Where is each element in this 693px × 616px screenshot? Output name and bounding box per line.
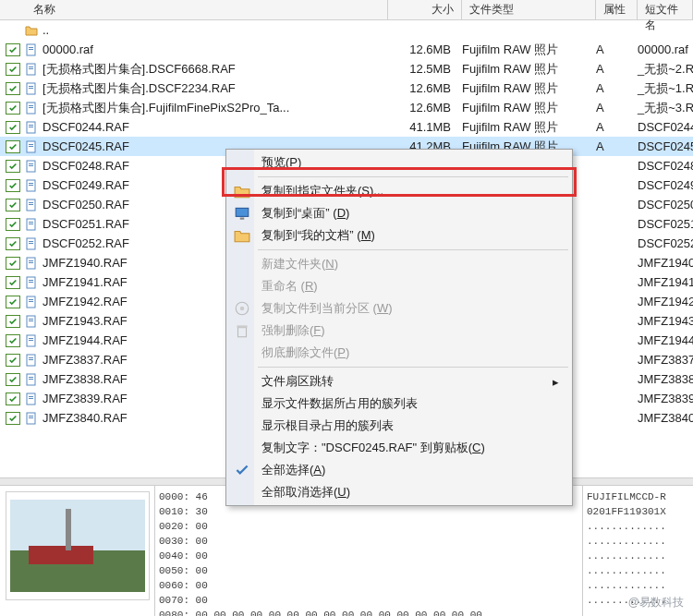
menu-preview[interactable]: 预览(P) — [228, 151, 570, 174]
svg-rect-26 — [29, 204, 33, 205]
row-checkbox[interactable] — [6, 102, 20, 115]
row-checkbox[interactable] — [6, 237, 20, 250]
thumbnail-box — [6, 491, 150, 600]
svg-rect-60 — [236, 208, 249, 216]
folder-icon — [234, 227, 250, 244]
file-icon — [24, 198, 39, 212]
file-name: JMFZ1943.RAF — [43, 314, 128, 328]
svg-rect-28 — [29, 222, 33, 223]
row-checkbox[interactable] — [6, 354, 20, 367]
menu-perm-delete: 彻底删除文件(P) — [228, 342, 570, 364]
row-checkbox[interactable] — [6, 373, 20, 386]
row-checkbox[interactable] — [6, 43, 20, 56]
file-short: JMFZ1943 — [634, 314, 693, 328]
file-icon — [24, 120, 39, 135]
svg-point-63 — [240, 307, 245, 311]
file-short: JMFZ1942 — [634, 295, 693, 308]
row-checkbox[interactable] — [6, 393, 20, 405]
column-header: 名称 大小 文件类型 属性 短文件名 — [0, 0, 693, 20]
file-type: Fujifilm RAW 照片 — [458, 80, 592, 97]
svg-rect-11 — [29, 107, 33, 108]
svg-rect-8 — [29, 88, 33, 89]
menu-copy-to-docs[interactable]: 复制到“我的文档” (M) — [228, 224, 570, 247]
row-checkbox[interactable] — [6, 179, 20, 192]
table-row[interactable]: 00000.raf12.6MBFujifilm RAW 照片A00000.raf — [0, 40, 693, 59]
menu-cluster-list[interactable]: 显示文件数据所占用的簇列表 — [228, 393, 570, 415]
row-checkbox[interactable] — [6, 160, 20, 173]
table-row[interactable]: [无损格式图片集合].FujifilmFinePixS2Pro_Ta...12.… — [0, 98, 693, 117]
file-name: DSCF0245.RAF — [43, 139, 129, 153]
file-short: JMFZ3839 — [634, 392, 693, 405]
svg-rect-32 — [29, 243, 33, 244]
svg-rect-38 — [29, 282, 33, 283]
svg-rect-50 — [29, 359, 33, 360]
file-name: DSCF0252.RAF — [43, 236, 129, 250]
file-icon — [24, 236, 39, 251]
row-checkbox[interactable] — [6, 334, 20, 347]
file-short: _无损~2.R — [634, 61, 693, 78]
file-type: Fujifilm RAW 照片 — [458, 100, 592, 116]
file-name: [无损格式图片集合].DSCF2234.RAF — [43, 80, 236, 97]
file-icon — [24, 392, 39, 406]
file-icon — [24, 353, 39, 368]
svg-rect-35 — [29, 262, 33, 263]
table-row[interactable]: [无损格式图片集合].DSCF2234.RAF12.6MBFujifilm RA… — [0, 79, 693, 98]
svg-rect-14 — [29, 127, 33, 127]
row-checkbox[interactable] — [6, 218, 20, 231]
col-short[interactable]: 短文件名 — [638, 0, 693, 19]
file-icon — [24, 62, 39, 77]
row-checkbox[interactable] — [6, 315, 20, 328]
row-checkbox[interactable] — [6, 63, 20, 76]
row-checkbox[interactable] — [6, 276, 20, 289]
file-name: DSCF0244.RAF — [43, 120, 129, 134]
file-name: JMFZ1942.RAF — [43, 295, 128, 308]
table-row[interactable]: DSCF0244.RAF41.1MBFujifilm RAW 照片ADSCF02… — [0, 117, 693, 137]
svg-rect-29 — [29, 223, 33, 224]
row-checkbox[interactable] — [6, 257, 20, 270]
menu-rename: 重命名 (R) — [228, 275, 570, 297]
menu-deselect-all[interactable]: 全部取消选择(U) — [228, 481, 570, 503]
file-name: JMFZ3838.RAF — [43, 372, 128, 386]
disk-icon — [234, 300, 250, 317]
svg-rect-20 — [29, 165, 33, 166]
file-icon — [24, 139, 39, 154]
file-icon — [24, 159, 39, 174]
svg-rect-23 — [29, 185, 33, 186]
table-row[interactable]: [无损格式图片集合].DSCF6668.RAF12.5MBFujifilm RA… — [0, 59, 693, 79]
svg-rect-40 — [29, 299, 33, 300]
svg-rect-44 — [29, 320, 33, 321]
file-short: DSCF0251 — [634, 217, 693, 231]
col-attr[interactable]: 属性 — [596, 0, 638, 19]
menu-copy-to-folder[interactable]: 复制到指定文件夹(S)... — [228, 180, 570, 202]
menu-sector-jump[interactable]: 文件扇区跳转▸ — [228, 370, 570, 393]
row-checkbox[interactable] — [6, 296, 20, 308]
row-checkbox[interactable] — [6, 412, 20, 425]
table-row[interactable]: .. — [0, 20, 693, 40]
col-size[interactable]: 大小 — [388, 0, 462, 19]
svg-rect-10 — [29, 105, 33, 106]
file-icon — [24, 275, 39, 290]
menu-select-all[interactable]: 全部选择(A) — [228, 459, 570, 481]
col-type[interactable]: 文件类型 — [462, 0, 596, 19]
file-icon — [24, 411, 39, 426]
menu-copy-text[interactable]: 复制文字："DSCF0245.RAF" 到剪贴板(C) — [228, 437, 570, 459]
file-name: JMFZ1941.RAF — [43, 275, 128, 289]
file-attr: A — [592, 101, 634, 115]
svg-rect-41 — [29, 301, 33, 302]
menu-root-cluster[interactable]: 显示根目录占用的簇列表 — [228, 415, 570, 437]
file-name: DSCF0250.RAF — [43, 198, 129, 211]
row-checkbox[interactable] — [6, 140, 20, 153]
row-checkbox[interactable] — [6, 121, 20, 134]
file-attr: A — [592, 120, 634, 134]
svg-rect-16 — [29, 144, 33, 145]
col-name[interactable]: 名称 — [0, 0, 388, 19]
menu-copy-to-desktop[interactable]: 复制到“桌面” (D) — [228, 202, 570, 224]
svg-rect-25 — [29, 202, 33, 203]
svg-rect-59 — [29, 417, 33, 418]
row-checkbox[interactable] — [6, 199, 20, 211]
file-size: 12.6MB — [384, 42, 458, 56]
svg-rect-31 — [29, 241, 33, 242]
file-icon — [24, 217, 39, 232]
file-short: _无损~1.R — [634, 80, 693, 97]
row-checkbox[interactable] — [6, 82, 20, 95]
